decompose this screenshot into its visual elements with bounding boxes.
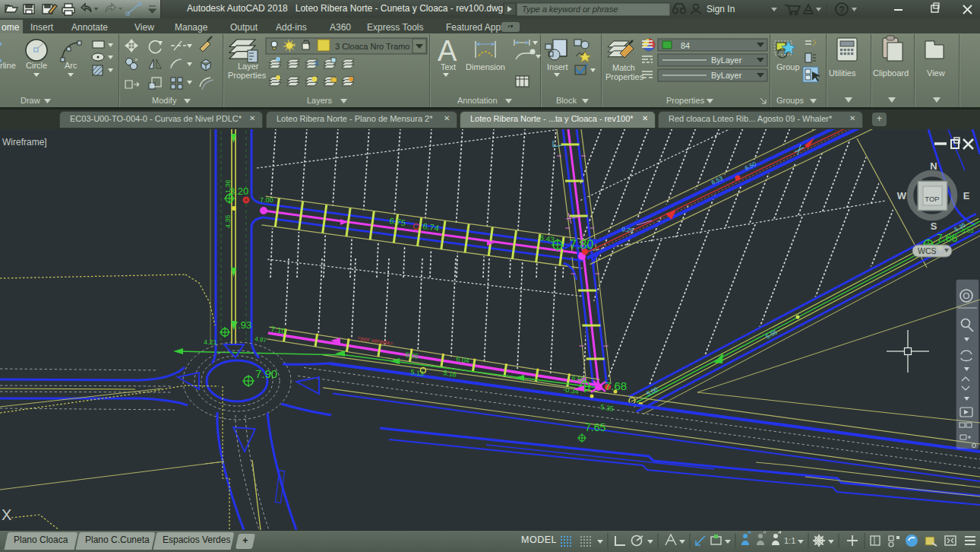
svg-text:TOP: TOP [925, 195, 939, 203]
svg-text:W: W [897, 190, 907, 201]
svg-text:7.66: 7.66 [937, 232, 957, 244]
svg-text:Sign In: Sign In [707, 4, 735, 14]
svg-text:WCS: WCS [918, 246, 937, 255]
svg-text:rline: rline [0, 61, 16, 70]
svg-text:7.00: 7.00 [260, 196, 273, 204]
svg-text:Wireframe]: Wireframe] [2, 137, 47, 148]
svg-text:Arc: Arc [65, 61, 77, 70]
svg-text:7.93: 7.93 [232, 319, 251, 331]
svg-text:7.65: 7.65 [585, 421, 605, 433]
svg-text:Text: Text [441, 62, 456, 71]
svg-text:Properties: Properties [605, 72, 644, 81]
svg-text:Layer: Layer [238, 62, 259, 71]
svg-text:Match: Match [612, 63, 635, 72]
svg-text:1:1: 1:1 [784, 536, 795, 545]
svg-text:7.80: 7.80 [570, 238, 593, 251]
svg-text:?: ? [839, 5, 845, 15]
svg-text:3 Cloaca Nro Tramo: 3 Cloaca Nro Tramo [335, 42, 409, 51]
svg-text:Clipboard: Clipboard [873, 68, 909, 78]
svg-text:Type a keyword or phrase: Type a keyword or phrase [522, 5, 618, 14]
svg-text:ByLayer: ByLayer [711, 71, 742, 80]
svg-text:5.03: 5.03 [962, 227, 974, 234]
svg-text:Utilities: Utilities [829, 68, 856, 78]
svg-text:7.68: 7.68 [605, 379, 627, 392]
svg-text:Insert: Insert [547, 62, 568, 71]
svg-text:Properties: Properties [228, 71, 267, 80]
svg-text:4.35: 4.35 [224, 214, 232, 228]
svg-text:X: X [2, 506, 11, 523]
svg-text:S: S [931, 220, 937, 232]
svg-text:4.21: 4.21 [204, 338, 217, 346]
svg-text:Dimension: Dimension [466, 62, 505, 71]
svg-text:Circle: Circle [26, 61, 47, 70]
svg-text:N: N [930, 160, 937, 172]
svg-text:7.90: 7.90 [255, 367, 277, 380]
svg-text:84: 84 [681, 41, 690, 50]
svg-text:ByLayer: ByLayer [711, 56, 742, 65]
svg-text:Group: Group [776, 62, 800, 71]
svg-text:1.36: 1.36 [224, 179, 232, 193]
svg-text:View: View [927, 68, 945, 78]
svg-text:E: E [963, 190, 970, 201]
